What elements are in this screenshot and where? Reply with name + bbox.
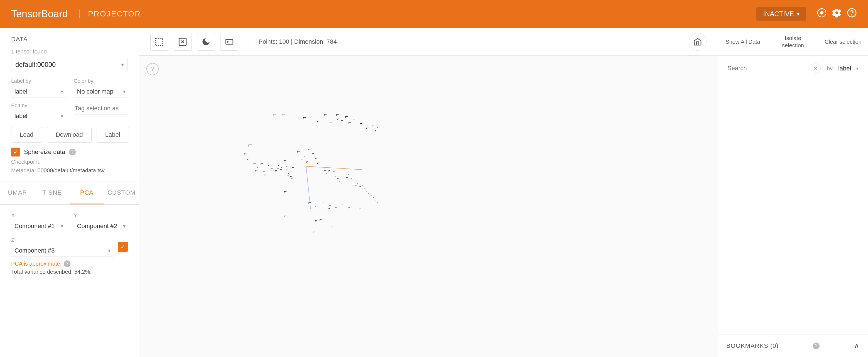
sidebar-title: DATA	[11, 36, 128, 43]
svg-text:⌐: ⌐	[375, 198, 377, 201]
z-axis-checkbox[interactable]: ✓	[118, 242, 128, 252]
scatter-plot-canvas[interactable]: ? ⌐ ⌐ ⌐ ⌐ ⌐ ⌐ ⌐ ⌐ ⌐ ⌐ ⌐ ⌐ ⌐	[139, 56, 718, 357]
color-by-field: Color by No color map ▾	[74, 78, 128, 97]
sidebar: DATA 1 tensor found default:00000 ▾ Labe…	[0, 28, 139, 357]
svg-text:⌐: ⌐	[286, 165, 287, 168]
select-box-icon-btn[interactable]	[150, 33, 168, 51]
svg-text:⌐: ⌐	[346, 176, 348, 179]
svg-text:⌐: ⌐	[357, 181, 359, 185]
svg-text:⌐: ⌐	[360, 121, 362, 126]
svg-text:⌐: ⌐	[321, 201, 324, 205]
tag-field	[74, 102, 128, 122]
svg-text:⌐: ⌐	[348, 206, 350, 209]
home-button[interactable]	[689, 33, 707, 51]
download-button[interactable]: Download	[47, 127, 92, 143]
svg-text:⌐: ⌐	[329, 204, 331, 207]
svg-text:⌐: ⌐	[328, 169, 331, 173]
tab-tsne[interactable]: T-SNE	[35, 182, 70, 204]
inactive-button[interactable]: INACTIVE ▾	[756, 7, 806, 21]
z-checkmark-icon: ✓	[121, 243, 125, 250]
right-panel-content	[718, 81, 868, 334]
label-by-select[interactable]: label	[11, 86, 65, 97]
svg-text:⌐: ⌐	[303, 114, 306, 121]
svg-text:⌐: ⌐	[289, 169, 291, 172]
svg-text:⌐: ⌐	[308, 147, 311, 151]
search-clear-button[interactable]: ✕	[811, 63, 821, 73]
svg-text:⌐: ⌐	[313, 230, 315, 234]
svg-text:⌐: ⌐	[329, 119, 332, 125]
help-icon-btn[interactable]	[847, 8, 857, 20]
tag-input[interactable]	[74, 102, 128, 115]
svg-text:⌐: ⌐	[291, 177, 293, 180]
select-full-icon-btn[interactable]	[174, 33, 191, 51]
svg-text:⌐: ⌐	[364, 210, 366, 214]
svg-text:⌐: ⌐	[315, 204, 317, 208]
svg-text:⌐: ⌐	[339, 179, 341, 182]
svg-text:⌐: ⌐	[372, 123, 374, 128]
tab-umap[interactable]: UMAP	[0, 182, 35, 204]
svg-text:⌐: ⌐	[285, 161, 287, 165]
visualization-area: | Points: 100 | Dimension: 784 ? ⌐ ⌐ ⌐ ⌐	[139, 28, 718, 357]
svg-rect-4	[156, 38, 163, 46]
isolate-selection-button[interactable]: Isolate selection	[768, 28, 818, 55]
sphereize-checkbox[interactable]: ✓	[11, 148, 20, 156]
svg-text:⌐: ⌐	[291, 169, 293, 172]
pca-help-icon[interactable]: ?	[64, 260, 70, 267]
variance-text: Total variance described: 54.2%.	[11, 269, 128, 275]
svg-line-11	[306, 166, 362, 170]
svg-text:⌐: ⌐	[271, 166, 273, 171]
svg-text:⌐: ⌐	[273, 111, 276, 118]
color-by-select[interactable]: No color map	[74, 86, 128, 97]
svg-text:⌐: ⌐	[317, 160, 319, 165]
label-button[interactable]: Label	[97, 127, 129, 143]
tab-custom[interactable]: CUSTOM	[104, 182, 139, 204]
x-axis-select[interactable]: Component #1	[11, 220, 65, 232]
svg-text:⌐: ⌐	[282, 111, 285, 118]
metadata-item: Metadata: 00000/default/metadata.tsv	[11, 167, 128, 174]
svg-text:⌐: ⌐	[371, 194, 372, 197]
topbar: TensorBoard PROJECTOR INACTIVE ▾	[0, 0, 868, 28]
scatter-plot-svg: ⌐ ⌐ ⌐ ⌐ ⌐ ⌐ ⌐ ⌐ ⌐ ⌐ ⌐ ⌐ ⌐ ⌐ ⌐ ⌐ ⌐ ⌐ ⌐	[139, 56, 718, 357]
by-select[interactable]: label	[836, 63, 860, 75]
svg-text:⌐: ⌐	[292, 166, 294, 169]
svg-text:⌐: ⌐	[317, 118, 320, 124]
metadata-value: 00000/default/metadata.tsv	[38, 167, 105, 174]
sphereize-label: Sphereize data	[24, 148, 65, 156]
bookmarks-chevron-icon[interactable]: ∧	[854, 341, 860, 350]
tab-pca[interactable]: PCA	[70, 182, 104, 204]
show-all-data-button[interactable]: Show All Data	[718, 28, 768, 55]
night-mode-icon-btn[interactable]	[197, 33, 215, 51]
edit-by-select[interactable]: label	[11, 110, 65, 122]
notification-icon-btn[interactable]	[817, 8, 827, 20]
svg-text:⌐: ⌐	[337, 116, 340, 122]
svg-text:⌐: ⌐	[315, 218, 317, 223]
sphereize-help-icon[interactable]: ?	[69, 149, 76, 155]
settings-icon-btn[interactable]	[832, 8, 842, 20]
svg-text:⌐: ⌐	[345, 114, 348, 119]
svg-text:⌐: ⌐	[253, 160, 256, 166]
svg-text:⌐: ⌐	[342, 203, 343, 206]
svg-text:⌐: ⌐	[337, 176, 339, 180]
load-button[interactable]: Load	[11, 127, 42, 143]
label-icon-btn[interactable]	[220, 33, 238, 51]
svg-text:⌐: ⌐	[311, 151, 314, 156]
search-input[interactable]	[726, 62, 807, 75]
svg-text:⌐: ⌐	[278, 163, 281, 167]
viz-help-icon-btn[interactable]: ?	[147, 63, 159, 75]
label-by-label: Label by	[11, 78, 65, 84]
svg-text:⌐: ⌐	[331, 173, 333, 177]
color-by-label: Color by	[74, 78, 128, 84]
svg-text:⌐: ⌐	[353, 181, 355, 185]
z-axis-select[interactable]: Component #3	[11, 245, 113, 257]
by-label: by	[827, 65, 833, 71]
edit-by-label: Edit by	[11, 102, 65, 109]
svg-text:⌐: ⌐	[326, 171, 328, 175]
clear-selection-button[interactable]: Clear selection	[818, 28, 868, 55]
svg-text:⌐: ⌐	[300, 157, 303, 161]
y-axis-select[interactable]: Component #2	[74, 220, 128, 232]
bookmarks-help-icon[interactable]: ?	[813, 343, 819, 349]
svg-text:⌐: ⌐	[331, 224, 333, 228]
svg-text:⌐: ⌐	[257, 165, 260, 169]
svg-text:⌐: ⌐	[268, 162, 271, 167]
tensor-select[interactable]: default:00000	[11, 58, 128, 71]
